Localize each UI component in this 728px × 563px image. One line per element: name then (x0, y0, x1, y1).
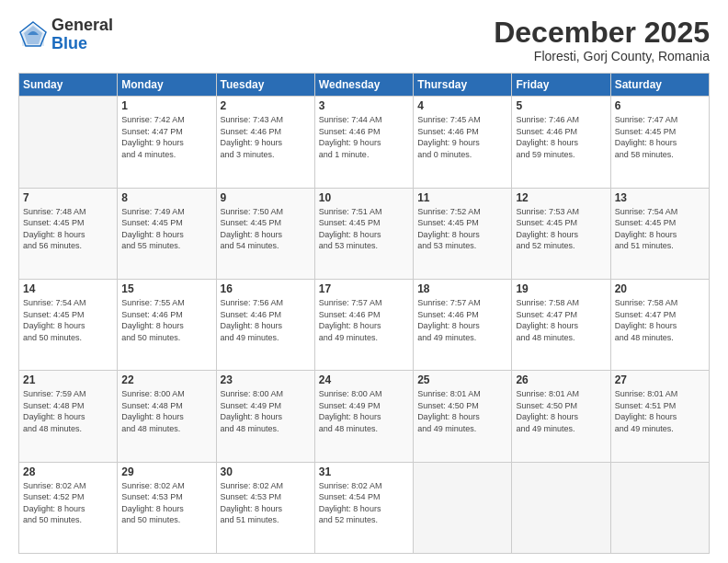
day-info: Sunrise: 7:46 AM Sunset: 4:46 PM Dayligh… (516, 114, 606, 160)
day-info: Sunrise: 7:57 AM Sunset: 4:46 PM Dayligh… (417, 297, 507, 343)
day-info: Sunrise: 7:59 AM Sunset: 4:48 PM Dayligh… (23, 388, 113, 434)
day-number: 20 (615, 282, 705, 295)
weekday-header: Tuesday (216, 74, 314, 97)
day-number: 27 (615, 373, 705, 386)
day-info: Sunrise: 7:44 AM Sunset: 4:46 PM Dayligh… (319, 114, 409, 160)
day-number: 24 (319, 373, 409, 386)
day-number: 1 (121, 99, 211, 112)
day-number: 7 (23, 191, 113, 204)
day-number: 17 (319, 282, 409, 295)
weekday-header: Monday (118, 74, 216, 97)
calendar-day: 4Sunrise: 7:45 AM Sunset: 4:46 PM Daylig… (414, 97, 512, 188)
weekday-header: Friday (512, 74, 610, 97)
weekday-header: Saturday (610, 74, 709, 97)
calendar-day: 8Sunrise: 7:49 AM Sunset: 4:45 PM Daylig… (118, 188, 216, 279)
calendar-day: 30Sunrise: 8:02 AM Sunset: 4:53 PM Dayli… (216, 462, 314, 553)
title-block: December 2025 Floresti, Gorj County, Rom… (494, 17, 710, 63)
day-number: 29 (121, 465, 211, 478)
calendar-day: 29Sunrise: 8:02 AM Sunset: 4:53 PM Dayli… (118, 462, 216, 553)
day-info: Sunrise: 7:57 AM Sunset: 4:46 PM Dayligh… (319, 297, 409, 343)
header: General Blue December 2025 Floresti, Gor… (18, 17, 710, 63)
day-info: Sunrise: 7:48 AM Sunset: 4:45 PM Dayligh… (23, 206, 113, 252)
calendar-day: 6Sunrise: 7:47 AM Sunset: 4:45 PM Daylig… (610, 97, 709, 188)
calendar-day: 7Sunrise: 7:48 AM Sunset: 4:45 PM Daylig… (19, 188, 118, 279)
calendar-day: 27Sunrise: 8:01 AM Sunset: 4:51 PM Dayli… (610, 371, 709, 462)
calendar-day: 28Sunrise: 8:02 AM Sunset: 4:52 PM Dayli… (19, 462, 118, 553)
day-info: Sunrise: 7:54 AM Sunset: 4:45 PM Dayligh… (615, 206, 705, 252)
day-number: 19 (516, 282, 606, 295)
day-number: 26 (516, 373, 606, 386)
day-info: Sunrise: 7:49 AM Sunset: 4:45 PM Dayligh… (121, 206, 211, 252)
calendar-day (19, 97, 118, 188)
weekday-header: Wednesday (314, 74, 413, 97)
day-number: 5 (516, 99, 606, 112)
calendar-day: 14Sunrise: 7:54 AM Sunset: 4:45 PM Dayli… (19, 279, 118, 370)
day-number: 13 (615, 191, 705, 204)
calendar-day: 2Sunrise: 7:43 AM Sunset: 4:46 PM Daylig… (216, 97, 314, 188)
day-number: 6 (615, 99, 705, 112)
day-info: Sunrise: 7:52 AM Sunset: 4:45 PM Dayligh… (417, 206, 507, 252)
calendar-week-row: 28Sunrise: 8:02 AM Sunset: 4:52 PM Dayli… (19, 462, 710, 553)
day-number: 22 (121, 373, 211, 386)
header-row: SundayMondayTuesdayWednesdayThursdayFrid… (19, 74, 710, 97)
day-info: Sunrise: 8:00 AM Sunset: 4:49 PM Dayligh… (319, 388, 409, 434)
logo-text: General Blue (51, 17, 113, 53)
day-number: 16 (221, 282, 311, 295)
calendar-week-row: 21Sunrise: 7:59 AM Sunset: 4:48 PM Dayli… (19, 371, 710, 462)
day-number: 31 (319, 465, 409, 478)
month-title: December 2025 (494, 17, 710, 49)
calendar-day: 31Sunrise: 8:02 AM Sunset: 4:54 PM Dayli… (314, 462, 413, 553)
calendar-day: 3Sunrise: 7:44 AM Sunset: 4:46 PM Daylig… (314, 97, 413, 188)
day-info: Sunrise: 7:51 AM Sunset: 4:45 PM Dayligh… (319, 206, 409, 252)
day-info: Sunrise: 8:00 AM Sunset: 4:48 PM Dayligh… (121, 388, 211, 434)
logo-blue: Blue (51, 35, 113, 53)
logo-icon (18, 20, 48, 50)
day-info: Sunrise: 7:47 AM Sunset: 4:45 PM Dayligh… (615, 114, 705, 160)
calendar-day: 16Sunrise: 7:56 AM Sunset: 4:46 PM Dayli… (216, 279, 314, 370)
day-info: Sunrise: 8:02 AM Sunset: 4:54 PM Dayligh… (319, 480, 409, 526)
day-number: 18 (417, 282, 507, 295)
calendar-day: 13Sunrise: 7:54 AM Sunset: 4:45 PM Dayli… (610, 188, 709, 279)
day-number: 9 (221, 191, 311, 204)
calendar-week-row: 1Sunrise: 7:42 AM Sunset: 4:47 PM Daylig… (19, 97, 710, 188)
calendar-day: 1Sunrise: 7:42 AM Sunset: 4:47 PM Daylig… (118, 97, 216, 188)
calendar-day: 17Sunrise: 7:57 AM Sunset: 4:46 PM Dayli… (314, 279, 413, 370)
day-info: Sunrise: 8:02 AM Sunset: 4:53 PM Dayligh… (121, 480, 211, 526)
calendar-day: 21Sunrise: 7:59 AM Sunset: 4:48 PM Dayli… (19, 371, 118, 462)
calendar-day: 15Sunrise: 7:55 AM Sunset: 4:46 PM Dayli… (118, 279, 216, 370)
calendar-body: 1Sunrise: 7:42 AM Sunset: 4:47 PM Daylig… (19, 97, 710, 554)
day-number: 14 (23, 282, 113, 295)
day-info: Sunrise: 8:01 AM Sunset: 4:50 PM Dayligh… (417, 388, 507, 434)
day-info: Sunrise: 7:55 AM Sunset: 4:46 PM Dayligh… (121, 297, 211, 343)
day-number: 25 (417, 373, 507, 386)
day-number: 12 (516, 191, 606, 204)
day-info: Sunrise: 8:01 AM Sunset: 4:51 PM Dayligh… (615, 388, 705, 434)
calendar-day: 12Sunrise: 7:53 AM Sunset: 4:45 PM Dayli… (512, 188, 610, 279)
calendar-day: 10Sunrise: 7:51 AM Sunset: 4:45 PM Dayli… (314, 188, 413, 279)
day-number: 11 (417, 191, 507, 204)
day-info: Sunrise: 7:42 AM Sunset: 4:47 PM Dayligh… (121, 114, 211, 160)
day-info: Sunrise: 8:02 AM Sunset: 4:52 PM Dayligh… (23, 480, 113, 526)
day-info: Sunrise: 8:02 AM Sunset: 4:53 PM Dayligh… (221, 480, 311, 526)
day-info: Sunrise: 7:50 AM Sunset: 4:45 PM Dayligh… (221, 206, 311, 252)
day-info: Sunrise: 7:45 AM Sunset: 4:46 PM Dayligh… (417, 114, 507, 160)
calendar-day: 23Sunrise: 8:00 AM Sunset: 4:49 PM Dayli… (216, 371, 314, 462)
calendar-day: 24Sunrise: 8:00 AM Sunset: 4:49 PM Dayli… (314, 371, 413, 462)
weekday-header: Thursday (414, 74, 512, 97)
day-info: Sunrise: 7:54 AM Sunset: 4:45 PM Dayligh… (23, 297, 113, 343)
calendar-day (414, 462, 512, 553)
location: Floresti, Gorj County, Romania (494, 49, 710, 63)
day-number: 30 (221, 465, 311, 478)
calendar-day: 20Sunrise: 7:58 AM Sunset: 4:47 PM Dayli… (610, 279, 709, 370)
day-info: Sunrise: 7:53 AM Sunset: 4:45 PM Dayligh… (516, 206, 606, 252)
weekday-header: Sunday (19, 74, 118, 97)
calendar-week-row: 7Sunrise: 7:48 AM Sunset: 4:45 PM Daylig… (19, 188, 710, 279)
day-number: 28 (23, 465, 113, 478)
calendar-day: 26Sunrise: 8:01 AM Sunset: 4:50 PM Dayli… (512, 371, 610, 462)
calendar-day: 18Sunrise: 7:57 AM Sunset: 4:46 PM Dayli… (414, 279, 512, 370)
calendar-day: 9Sunrise: 7:50 AM Sunset: 4:45 PM Daylig… (216, 188, 314, 279)
day-number: 15 (121, 282, 211, 295)
calendar-day: 19Sunrise: 7:58 AM Sunset: 4:47 PM Dayli… (512, 279, 610, 370)
day-info: Sunrise: 7:43 AM Sunset: 4:46 PM Dayligh… (221, 114, 311, 160)
day-info: Sunrise: 8:00 AM Sunset: 4:49 PM Dayligh… (221, 388, 311, 434)
